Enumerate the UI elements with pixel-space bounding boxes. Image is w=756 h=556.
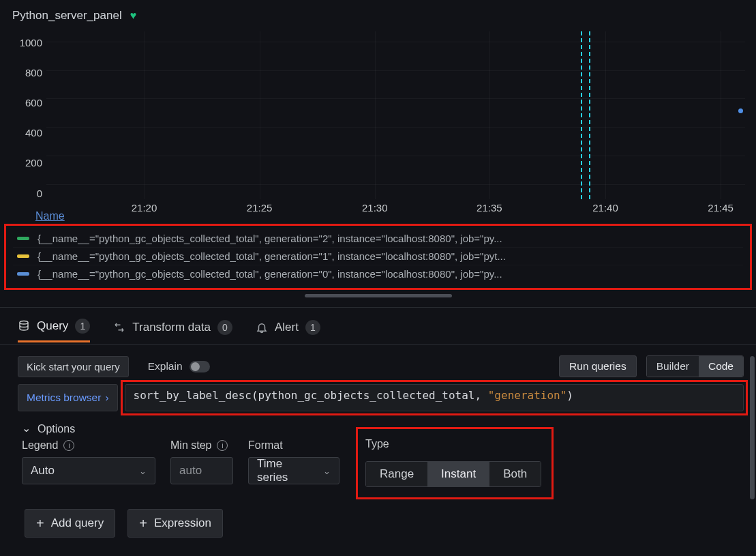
tab-badge: 0: [217, 320, 232, 335]
x-tick: 21:45: [708, 202, 734, 214]
tab-label: Query: [37, 319, 68, 333]
panel-header: Python_server_panel ♥: [0, 0, 756, 29]
metrics-browser-button[interactable]: Metrics browser ›: [18, 384, 118, 411]
plot-area[interactable]: [46, 31, 745, 199]
type-both-button[interactable]: Both: [489, 462, 541, 486]
transform-icon: [113, 321, 125, 334]
series-label: {__name__="python_gc_objects_collected_t…: [37, 233, 502, 244]
type-instant-button[interactable]: Instant: [427, 462, 489, 486]
query-type-group: Range Instant Both: [365, 461, 541, 487]
y-tick: 600: [25, 97, 42, 108]
vertical-scrollbar[interactable]: [750, 356, 755, 499]
legend-item[interactable]: {__name__="python_gc_objects_collected_t…: [13, 248, 743, 265]
plus-icon: +: [139, 516, 147, 530]
svg-point-0: [20, 321, 28, 325]
kick-start-button[interactable]: Kick start your query: [18, 356, 129, 377]
x-tick: 21:25: [247, 202, 273, 214]
data-point[interactable]: [738, 108, 743, 113]
query-editor: Kick start your query Explain Run querie…: [0, 350, 756, 540]
legend-item[interactable]: {__name__="python_gc_objects_collected_t…: [13, 230, 743, 248]
type-option-label: Type: [365, 438, 541, 450]
add-query-label: Add query: [51, 516, 104, 530]
chevron-right-icon: ›: [105, 392, 108, 404]
tab-badge: 1: [75, 319, 90, 334]
legend-highlight: {__name__="python_gc_objects_collected_t…: [4, 224, 752, 290]
horizontal-scrollbar[interactable]: [305, 294, 452, 297]
info-icon[interactable]: i: [217, 440, 228, 451]
options-label: Options: [37, 423, 75, 435]
series-swatch: [17, 272, 29, 276]
add-expression-button[interactable]: + Expression: [127, 509, 223, 538]
y-axis: 1000 800 600 400 200 0: [7, 31, 46, 209]
explain-toggle[interactable]: [190, 361, 210, 372]
format-value: Time series: [257, 457, 316, 484]
y-tick: 1000: [20, 36, 42, 48]
bell-icon: [256, 321, 268, 334]
editor-tabs: Query 1 Transform data 0 Alert 1: [0, 307, 756, 344]
minstep-placeholder: auto: [179, 464, 202, 478]
tab-label: Transform data: [132, 321, 211, 334]
y-tick: 400: [25, 127, 42, 138]
tab-transform[interactable]: Transform data 0: [113, 320, 232, 342]
options-toggle[interactable]: ⌄ Options: [22, 422, 744, 435]
minstep-option-label: Min step i: [170, 439, 233, 452]
plus-icon: +: [36, 516, 44, 530]
legend-option-label: Legend i: [22, 439, 155, 452]
type-range-button[interactable]: Range: [366, 462, 427, 486]
explain-label: Explain: [148, 360, 183, 372]
time-series-chart[interactable]: 1000 800 600 400 200 0 21:20 21:2: [7, 31, 749, 209]
y-tick: 200: [25, 157, 42, 169]
series-label: {__name__="python_gc_objects_collected_t…: [37, 268, 502, 280]
add-query-button[interactable]: + Add query: [25, 509, 115, 538]
code-mode-button[interactable]: Code: [699, 356, 743, 377]
series-label: {__name__="python_gc_objects_collected_t…: [37, 250, 506, 262]
heart-icon: ♥: [130, 10, 137, 22]
legend-select[interactable]: Auto ⌄: [22, 457, 155, 484]
database-icon: [18, 320, 30, 332]
info-icon[interactable]: i: [63, 440, 74, 451]
metrics-browser-label: Metrics browser: [27, 392, 101, 404]
chevron-down-icon: ⌄: [323, 466, 331, 476]
builder-mode-button[interactable]: Builder: [647, 356, 699, 377]
x-tick: 21:40: [592, 202, 618, 214]
series-swatch: [17, 237, 29, 240]
x-tick: 21:35: [477, 202, 502, 214]
tab-alert[interactable]: Alert 1: [256, 320, 320, 342]
editor-mode-toggle: Builder Code: [646, 355, 744, 377]
x-tick: 21:20: [132, 202, 157, 214]
x-tick: 21:30: [362, 202, 388, 214]
chevron-down-icon: ⌄: [22, 422, 31, 435]
tab-badge: 1: [305, 320, 320, 335]
panel-title[interactable]: Python_server_panel: [12, 9, 122, 23]
promql-input[interactable]: sort_by_label_desc(python_gc_objects_col…: [125, 384, 744, 411]
legend-item[interactable]: {__name__="python_gc_objects_collected_t…: [13, 265, 743, 282]
chevron-down-icon: ⌄: [139, 466, 147, 476]
y-tick: 800: [25, 66, 42, 78]
minstep-input[interactable]: auto: [170, 457, 233, 484]
legend-value: Auto: [31, 464, 55, 478]
time-marker[interactable]: [589, 31, 590, 199]
expression-label: Expression: [154, 516, 211, 530]
x-axis: 21:20 21:25 21:30 21:35 21:40 21:45: [46, 199, 745, 218]
series-swatch: [17, 254, 29, 258]
editor-footer: + Add query + Expression: [18, 497, 744, 538]
tab-label: Alert: [275, 321, 299, 334]
tab-query[interactable]: Query 1: [18, 319, 90, 342]
time-marker[interactable]: [581, 31, 582, 199]
format-option-label: Format: [248, 439, 339, 452]
y-tick: 0: [37, 187, 42, 199]
run-queries-button[interactable]: Run queries: [559, 355, 637, 377]
format-select[interactable]: Time series ⌄: [248, 457, 339, 484]
